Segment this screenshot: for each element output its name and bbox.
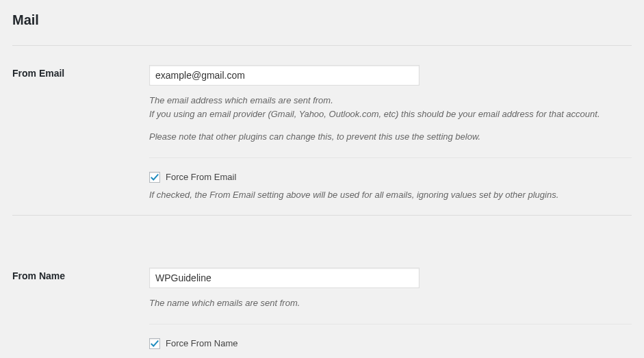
from-email-input-block: The email address which emails are sent … xyxy=(149,65,632,158)
from-name-desc: The name which emails are sent from. xyxy=(149,296,632,310)
force-from-email-checkbox[interactable]: Force From Email xyxy=(149,172,632,183)
force-from-email-label: Force From Email xyxy=(166,172,236,182)
force-from-email-block: Force From Email If checked, the From Em… xyxy=(149,172,632,202)
force-from-name-block: Force From Name If checked, the From Nam… xyxy=(149,338,632,359)
from-name-input[interactable] xyxy=(149,268,420,288)
from-email-label: From Email xyxy=(12,46,149,216)
force-from-name-label: Force From Name xyxy=(166,338,237,348)
from-email-row: From Email The email address which email… xyxy=(12,46,632,216)
force-from-email-desc: If checked, the From Email setting above… xyxy=(149,188,632,202)
force-from-name-desc: If checked, the From Name setting above … xyxy=(149,355,632,359)
from-email-desc-1: The email address which emails are sent … xyxy=(149,94,632,120)
from-email-input[interactable] xyxy=(149,65,420,86)
from-name-input-block: The name which emails are sent from. xyxy=(149,268,632,324)
from-name-row: From Name The name which emails are sent… xyxy=(12,248,632,358)
from-email-desc-2: Please note that other plugins can chang… xyxy=(149,130,632,144)
from-name-label: From Name xyxy=(12,248,149,358)
section-title: Mail xyxy=(12,12,632,46)
checkbox-icon xyxy=(149,338,160,349)
settings-table: From Email The email address which email… xyxy=(12,46,632,358)
force-from-name-checkbox[interactable]: Force From Name xyxy=(149,338,632,349)
checkbox-icon xyxy=(149,172,160,183)
